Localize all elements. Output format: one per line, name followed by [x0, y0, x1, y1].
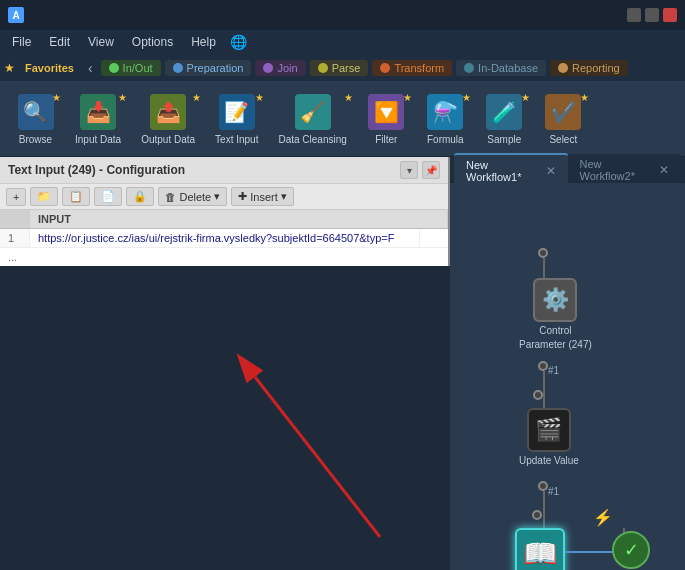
filter-star: ★ — [403, 92, 412, 103]
output-data-icon: 📤 — [150, 94, 186, 130]
fav-reporting[interactable]: Reporting — [550, 60, 628, 76]
dot-below-update — [538, 481, 548, 491]
parse-label: Parse — [332, 62, 361, 74]
tool-input-data[interactable]: 📥 Input Data ★ — [67, 90, 129, 149]
favorites-star: ★ — [4, 61, 15, 75]
fav-prev[interactable]: ‹ — [84, 60, 97, 76]
menu-edit[interactable]: Edit — [41, 33, 78, 51]
lightning-icon: ⚡ — [593, 508, 613, 527]
paste-btn[interactable]: 📄 — [94, 187, 122, 206]
update-box[interactable]: 🎬 — [527, 408, 571, 452]
maximize-btn[interactable] — [645, 8, 659, 22]
tool-output-data[interactable]: 📤 Output Data ★ — [133, 90, 203, 149]
menu-view[interactable]: View — [80, 33, 122, 51]
table-header: INPUT — [0, 210, 448, 229]
inout-label: In/Out — [123, 62, 153, 74]
folder-btn[interactable]: 📁 — [30, 187, 58, 206]
transform-dot — [380, 63, 390, 73]
select-star: ★ — [580, 92, 589, 103]
label-1-top: #1 — [548, 365, 559, 376]
transform-label: Transform — [394, 62, 444, 74]
node-control-parameter[interactable]: ⚙️ Control Parameter (247) — [519, 278, 592, 350]
check-box[interactable]: ✓ — [612, 531, 650, 569]
formula-star: ★ — [462, 92, 471, 103]
add-row-btn[interactable]: + — [6, 188, 26, 206]
menu-bar: File Edit View Options Help 🌐 — [0, 30, 685, 54]
tool-browse[interactable]: 🔍 Browse ★ — [8, 90, 63, 149]
dot-top-book — [532, 510, 542, 520]
connector-book-check — [565, 551, 615, 553]
menu-file[interactable]: File — [4, 33, 39, 51]
menu-options[interactable]: Options — [124, 33, 181, 51]
tab-workflow1[interactable]: New Workflow1* ✕ — [454, 153, 568, 187]
cleansing-star: ★ — [344, 92, 353, 103]
book-box[interactable]: 📖 — [515, 528, 565, 570]
text-input-label: Text Input — [215, 134, 258, 145]
text-input-star: ★ — [255, 92, 264, 103]
formula-label: Formula — [427, 134, 464, 145]
data-cleansing-icon: 🧹 — [295, 94, 331, 130]
tool-data-cleansing[interactable]: 🧹 Data Cleansing ★ — [270, 90, 354, 149]
data-table: INPUT 1 https://or.justice.cz/ias/ui/rej… — [0, 210, 448, 266]
tool-text-input[interactable]: 📝 Text Input ★ — [207, 90, 266, 149]
copy-btn[interactable]: 📋 — [62, 187, 90, 206]
tool-sample[interactable]: 🧪 Sample ★ — [477, 90, 532, 149]
reporting-dot — [558, 63, 568, 73]
control-parameter-label: Control — [539, 325, 571, 336]
menu-help[interactable]: Help — [183, 33, 224, 51]
panel-dropdown-btn[interactable]: ▾ — [400, 161, 418, 179]
node-book[interactable]: 📖 — [515, 528, 565, 570]
sample-star: ★ — [521, 92, 530, 103]
col-input-header: INPUT — [30, 210, 448, 228]
tab2-label: New Workflow2* — [580, 158, 654, 182]
tab-workflow2[interactable]: New Workflow2* ✕ — [568, 154, 682, 186]
node-update-value[interactable]: 🎬 Update Value — [519, 408, 579, 466]
fav-join[interactable]: Join — [255, 60, 305, 76]
tool-select[interactable]: ✔️ Select ★ — [536, 90, 591, 149]
delete-dropdown[interactable]: ▾ — [214, 190, 220, 203]
input-star: ★ — [118, 92, 127, 103]
globe-icon: 🌐 — [230, 34, 247, 50]
minimize-btn[interactable] — [627, 8, 641, 22]
fav-preparation[interactable]: Preparation — [165, 60, 252, 76]
fav-parse[interactable]: Parse — [310, 60, 369, 76]
lock-btn[interactable]: 🔒 — [126, 187, 154, 206]
insert-dropdown[interactable]: ▾ — [281, 190, 287, 203]
tab2-close[interactable]: ✕ — [659, 163, 669, 177]
dot-top-update — [533, 390, 543, 400]
sample-label: Sample — [487, 134, 521, 145]
input-data-label: Input Data — [75, 134, 121, 145]
tab1-close[interactable]: ✕ — [546, 164, 556, 178]
right-panel: New Workflow1* ✕ New Workflow2* ✕ ⚙️ Con… — [450, 157, 685, 570]
panel-controls: ▾ 📌 — [400, 161, 440, 179]
preparation-label: Preparation — [187, 62, 244, 74]
tool-formula[interactable]: ⚗️ Formula ★ — [418, 90, 473, 149]
tool-filter[interactable]: 🔽 Filter ★ — [359, 90, 414, 149]
text-input-icon: 📝 — [219, 94, 255, 130]
output-data-label: Output Data — [141, 134, 195, 145]
filter-icon: 🔽 — [368, 94, 404, 130]
node-check[interactable]: ✓ — [612, 531, 650, 569]
close-btn[interactable] — [663, 8, 677, 22]
svg-line-1 — [255, 377, 380, 537]
indatabase-dot — [464, 63, 474, 73]
insert-btn[interactable]: ✚ Insert ▾ — [231, 187, 294, 206]
panel-pin-btn[interactable]: 📌 — [422, 161, 440, 179]
copy-icon: 📋 — [69, 190, 83, 203]
app-icon: A — [8, 7, 24, 23]
favorites-bar: ★ Favorites ‹ In/Out Preparation Join Pa… — [0, 54, 685, 82]
gear-box[interactable]: ⚙️ — [533, 278, 577, 322]
output-star: ★ — [192, 92, 201, 103]
fav-inout[interactable]: In/Out — [101, 60, 161, 76]
preparation-dot — [173, 63, 183, 73]
fav-indatabase[interactable]: In-Database — [456, 60, 546, 76]
fav-transform[interactable]: Transform — [372, 60, 452, 76]
panel-title: Text Input (249) - Configuration — [8, 163, 185, 177]
ellipsis-row: ... — [0, 248, 448, 266]
formula-icon: ⚗️ — [427, 94, 463, 130]
row-url[interactable]: https://or.justice.cz/ias/ui/rejstrik-fi… — [30, 229, 420, 247]
tab-bar: New Workflow1* ✕ New Workflow2* ✕ — [450, 157, 685, 183]
delete-btn[interactable]: 🗑 Delete ▾ — [158, 187, 227, 206]
table-row[interactable]: 1 https://or.justice.cz/ias/ui/rejstrik-… — [0, 229, 448, 248]
dot-top-gear — [538, 248, 548, 258]
